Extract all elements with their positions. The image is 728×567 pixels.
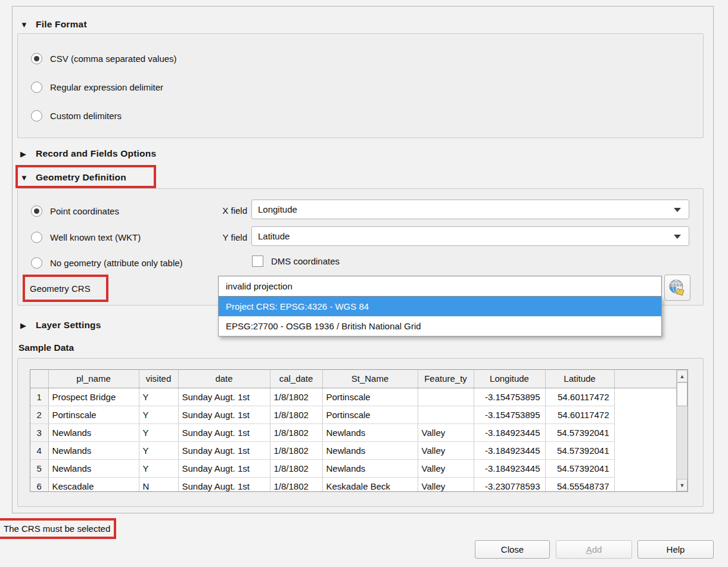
radio-selected-icon [31, 205, 42, 217]
row-number: 4 [30, 441, 48, 459]
y-field-label: Y field [211, 232, 247, 242]
radio-custom-delimiters[interactable]: Custom delimiters [31, 109, 122, 122]
cell: 54.57392041 [545, 441, 614, 459]
table-row: 6 Kescadale N Sunday Augt. 1st 1/8/1802 … [30, 477, 676, 492]
dialog-scroll-area: ▼ File Format CSV (comma separated value… [12, 6, 714, 513]
filler-cell [614, 423, 676, 441]
radio-no-geometry[interactable]: No geometry (attribute only table) [31, 256, 183, 269]
crs-combobox-field[interactable]: invalid projection [218, 276, 662, 297]
col-header[interactable]: date [178, 370, 270, 388]
cell: Newlands [48, 423, 139, 441]
table-row: 3 Newlands Y Sunday Augt. 1st 1/8/1802 N… [30, 423, 676, 441]
checkbox-label: DMS coordinates [271, 256, 340, 266]
radio-label: CSV (comma separated values) [50, 54, 177, 64]
cell: 1/8/1802 [270, 477, 322, 492]
cell: -3.184923445 [474, 459, 545, 477]
col-header[interactable]: Feature_ty [418, 370, 474, 388]
crs-option-epsg-27700[interactable]: EPSG:27700 - OSGB 1936 / British Nationa… [219, 316, 661, 336]
add-button[interactable]: Add [556, 540, 632, 559]
cell: Keskadale Beck [322, 477, 418, 492]
section-layer-settings[interactable]: ▶ Layer Settings [20, 319, 101, 331]
row-number: 6 [30, 477, 48, 492]
radio-icon [31, 257, 42, 269]
cell: -3.154753895 [474, 406, 545, 423]
cell: -3.154753895 [474, 388, 545, 406]
row-number: 3 [30, 423, 48, 441]
col-header[interactable]: cal_date [270, 370, 322, 388]
row-number: 1 [30, 388, 48, 406]
radio-label: No geometry (attribute only table) [50, 258, 183, 268]
section-title: Layer Settings [36, 320, 101, 331]
cell: Portinscale [322, 406, 418, 423]
collapse-right-icon: ▶ [20, 150, 29, 158]
cell: Newlands [48, 441, 139, 459]
cell [418, 388, 474, 406]
table-header-row: pl_name visited date cal_date St_Name Fe… [30, 370, 676, 388]
radio-label: Well known text (WKT) [50, 232, 141, 242]
col-header[interactable]: St_Name [322, 370, 418, 388]
cell: Valley [418, 477, 474, 492]
filler-cell [614, 406, 676, 423]
section-title: File Format [36, 19, 87, 30]
col-header[interactable]: pl_name [48, 370, 139, 388]
col-header[interactable]: Latitude [545, 370, 614, 388]
radio-wkt[interactable]: Well known text (WKT) [31, 230, 141, 244]
section-geometry-definition[interactable]: ▼ Geometry Definition [20, 172, 126, 183]
table-row: 4 Newlands Y Sunday Augt. 1st 1/8/1802 N… [30, 441, 676, 459]
cell: -3.184923445 [474, 441, 545, 459]
cell: 1/8/1802 [270, 441, 322, 459]
select-crs-button[interactable] [664, 275, 690, 301]
close-button[interactable]: Close [475, 540, 550, 559]
y-field-select[interactable]: Latitude [251, 226, 689, 246]
collapse-down-icon: ▼ [20, 174, 29, 182]
status-message: The CRS must be selected [4, 524, 110, 534]
scroll-down-icon[interactable]: ▼ [677, 479, 687, 491]
cell: Portinscale [322, 388, 418, 406]
cell: 1/8/1802 [270, 388, 322, 406]
table-row: 2 Portinscale Y Sunday Augt. 1st 1/8/180… [30, 406, 676, 423]
sample-data-groupbox: pl_name visited date cal_date St_Name Fe… [17, 358, 704, 507]
cell: 54.55548737 [545, 477, 614, 492]
cell: -3.230778593 [474, 477, 545, 492]
filler-cell [614, 459, 676, 477]
dms-coordinates-checkbox-row[interactable]: DMS coordinates [252, 254, 340, 267]
delimited-text-dialog: ▼ File Format CSV (comma separated value… [0, 0, 728, 567]
filler-cell [614, 477, 676, 492]
chevron-down-icon [674, 235, 681, 239]
scrollbar-thumb[interactable] [677, 382, 687, 406]
cell: 54.57392041 [545, 423, 614, 441]
cell: N [139, 477, 178, 492]
table-row: 1 Prospect Bridge Y Sunday Augt. 1st 1/8… [30, 388, 676, 406]
col-header[interactable]: visited [139, 370, 178, 388]
x-field-select[interactable]: Longitude [251, 200, 689, 219]
cell: Sunday Augt. 1st [178, 477, 270, 492]
col-header[interactable]: Longitude [474, 370, 545, 388]
cell: Newlands [322, 459, 418, 477]
scroll-up-icon[interactable]: ▲ [677, 370, 687, 382]
cell: Kescadale [48, 477, 139, 492]
cell: Y [139, 459, 178, 477]
x-field-label: X field [211, 205, 247, 216]
radio-regex-delimiter[interactable]: Regular expression delimiter [31, 80, 163, 94]
cell: Sunday Augt. 1st [178, 423, 270, 441]
section-file-format[interactable]: ▼ File Format [20, 18, 87, 30]
radio-icon [31, 82, 42, 93]
cell: Valley [418, 441, 474, 459]
cell: 1/8/1802 [270, 459, 322, 477]
globe-edit-icon [668, 278, 687, 297]
file-format-groupbox: CSV (comma separated values) Regular exp… [17, 33, 704, 138]
crs-option-project-crs[interactable]: Project CRS: EPSG:4326 - WGS 84 [219, 297, 661, 316]
filler-header [614, 370, 676, 388]
section-record-fields-options[interactable]: ▶ Record and Fields Options [20, 148, 156, 160]
geometry-crs-combobox: invalid projection Project CRS: EPSG:432… [218, 276, 662, 337]
vertical-scrollbar[interactable]: ▲ ▼ [676, 370, 687, 491]
radio-point-coordinates[interactable]: Point coordinates [31, 204, 119, 217]
cell: Y [139, 423, 178, 441]
checkbox-icon [252, 256, 263, 267]
sample-data-title: Sample Data [18, 342, 74, 353]
cell: Valley [418, 459, 474, 477]
radio-csv[interactable]: CSV (comma separated values) [31, 52, 177, 65]
crs-dropdown-list: Project CRS: EPSG:4326 - WGS 84 EPSG:277… [218, 297, 662, 337]
cell: Y [139, 441, 178, 459]
help-button[interactable]: Help [637, 540, 714, 559]
